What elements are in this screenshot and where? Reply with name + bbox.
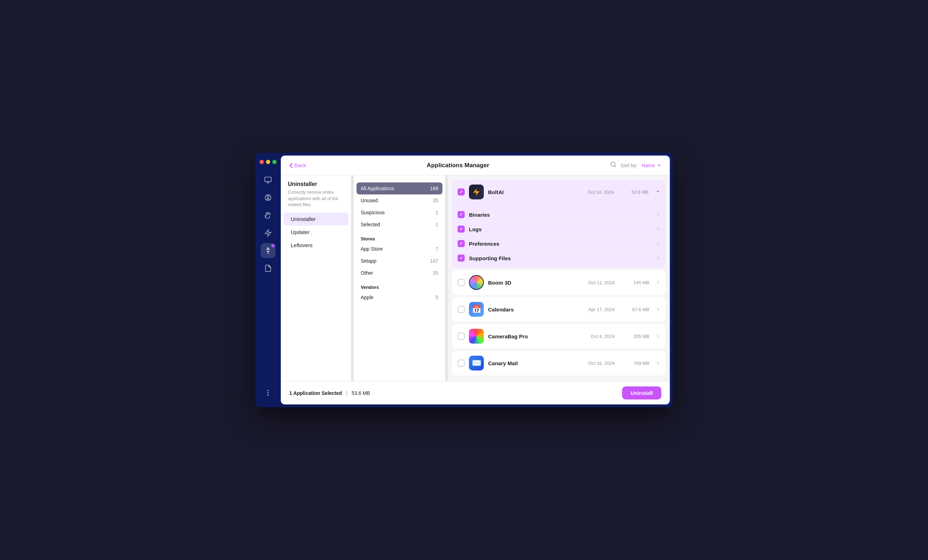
app-canarymail-header[interactable]: ✉️ Canary Mail Oct 16, 2024 769 MB (452, 351, 665, 375)
app-calendars-checkbox[interactable] (458, 306, 465, 313)
filter-setapp-count: 147 (430, 258, 438, 264)
vendors-header: Vendors (354, 279, 445, 291)
subitem-binaries-chevron (656, 212, 660, 217)
app-canarymail-chevron (656, 360, 660, 366)
svg-point-6 (267, 395, 269, 396)
subitem-preferences-checkbox[interactable] (458, 240, 465, 247)
back-button[interactable]: Back (289, 162, 306, 168)
sidebar-icon-files[interactable] (261, 261, 276, 276)
app-boom3d-checkbox[interactable] (458, 279, 465, 286)
filter-suspicious-label: Suspicious (361, 210, 385, 215)
filter-unused[interactable]: Unused 35 (354, 194, 445, 206)
footer-divider: | (346, 390, 348, 396)
app-item-camerabag: CameraBag Pro Oct 4, 2024 205 MB (452, 324, 665, 349)
sidebar-icon-monitor[interactable] (261, 172, 276, 188)
page-title: Applications Manager (306, 162, 610, 169)
filter-unused-label: Unused (361, 198, 378, 203)
filter-app-store-count: 7 (435, 246, 438, 252)
svg-marker-8 (473, 188, 479, 195)
uninstall-button[interactable]: Uninstall (622, 386, 661, 400)
notification-badge (271, 244, 275, 247)
back-label: Back (294, 162, 306, 168)
close-button[interactable] (259, 160, 264, 164)
search-button[interactable] (610, 161, 617, 169)
minimize-button[interactable] (266, 160, 270, 164)
filter-all-count: 189 (430, 186, 438, 191)
section-title: Uninstaller (288, 181, 344, 188)
nav-item-uninstaller[interactable]: Uninstaller (284, 212, 348, 226)
app-canarymail-icon: ✉️ (469, 356, 484, 371)
boom-icon-inner (470, 276, 483, 289)
app-calendars-header[interactable]: 📅 Calendars Apr 17, 2024 87.6 MB (452, 297, 665, 322)
subitem-logs-label: Logs (469, 226, 652, 232)
header: Back Applications Manager Sort by: Name (281, 156, 670, 175)
filter-setapp-label: Setapp (361, 258, 376, 264)
sort-button[interactable]: Sort by: Name (621, 163, 662, 168)
app-boltai-icon (469, 185, 484, 199)
subitem-preferences-chevron (656, 241, 660, 246)
app-calendars-icon: 📅 (469, 302, 484, 317)
subitem-supporting-files-checkbox[interactable] (458, 255, 465, 262)
app-calendars-date: Apr 17, 2024 (589, 307, 615, 312)
filter-selected-count: 1 (435, 222, 438, 227)
uninstaller-section: Uninstaller Correctly remove entire appl… (281, 181, 351, 212)
filter-setapp[interactable]: Setapp 147 (354, 255, 445, 267)
subitem-supporting-files-label: Supporting Files (469, 255, 652, 261)
camerabag-inner (469, 329, 484, 343)
app-boltai-checkbox[interactable] (458, 188, 465, 195)
app-boom3d-chevron (656, 280, 660, 285)
sidebar-icon-accessibility[interactable] (261, 243, 276, 258)
filter-apple-label: Apple (361, 294, 374, 300)
filter-all-applications[interactable]: All Applications 189 (357, 182, 443, 194)
filter-other-count: 35 (432, 270, 438, 276)
section-description: Correctly remove entire applications wit… (288, 189, 344, 208)
filter-other[interactable]: Other 35 (354, 267, 445, 279)
nav-item-leftovers[interactable]: Leftovers (284, 239, 348, 252)
subitem-binaries[interactable]: Binaries (458, 208, 660, 222)
filter-apple[interactable]: Apple 5 (354, 291, 445, 303)
subitem-binaries-checkbox[interactable] (458, 211, 465, 218)
app-boltai-chevron (656, 189, 660, 195)
app-boom3d-header[interactable]: Boom 3D Oct 11, 2024 145 MB (452, 270, 665, 295)
filter-app-store[interactable]: App Store 7 (354, 243, 445, 255)
subitem-preferences[interactable]: Preferences (458, 237, 660, 251)
app-boltai-date: Oct 14, 2024 (588, 189, 614, 195)
sidebar-icon-dots[interactable] (261, 385, 276, 400)
subitem-supporting-files[interactable]: Supporting Files (458, 251, 660, 265)
sidebar (255, 153, 281, 407)
stores-header: Stores (354, 230, 445, 243)
filter-suspicious[interactable]: Suspicious 1 (354, 206, 445, 218)
subitem-logs-chevron (656, 226, 660, 232)
subitem-logs[interactable]: Logs (458, 222, 660, 237)
subitem-binaries-label: Binaries (469, 212, 652, 218)
app-camerabag-checkbox[interactable] (458, 333, 465, 340)
footer-size-label: 53.6 MB (351, 390, 370, 396)
left-nav: Uninstaller Correctly remove entire appl… (281, 175, 351, 381)
app-boom3d-icon (469, 275, 484, 290)
app-camerabag-icon (469, 329, 484, 343)
filter-selected-label: Selected (361, 222, 380, 227)
nav-item-updater[interactable]: Updater (284, 226, 348, 239)
app-canarymail-checkbox[interactable] (458, 360, 465, 366)
app-boltai-header[interactable]: BoltAI Oct 14, 2024 53.6 MB (452, 180, 665, 204)
app-boom3d-name: Boom 3D (488, 280, 584, 286)
sidebar-icon-hand[interactable] (261, 208, 276, 223)
sidebar-icon-ball[interactable] (261, 190, 276, 205)
filter-all-label: All Applications (361, 186, 394, 191)
app-list: BoltAI Oct 14, 2024 53.6 MB Binaries (448, 175, 670, 381)
app-canarymail-name: Canary Mail (488, 360, 584, 366)
main-window: Back Applications Manager Sort by: Name (255, 153, 673, 407)
svg-point-5 (267, 390, 269, 391)
app-boltai-size: 53.6 MB (624, 189, 649, 195)
filter-suspicious-count: 1 (435, 210, 438, 215)
subitem-supporting-files-chevron (656, 255, 660, 261)
maximize-button[interactable] (272, 160, 276, 164)
subitem-preferences-label: Preferences (469, 241, 652, 247)
app-camerabag-header[interactable]: CameraBag Pro Oct 4, 2024 205 MB (452, 324, 665, 349)
sidebar-icon-bolt[interactable] (261, 226, 276, 240)
header-actions: Sort by: Name (610, 161, 662, 169)
filter-selected[interactable]: Selected 1 (354, 218, 445, 230)
body-layout: Uninstaller Correctly remove entire appl… (281, 175, 670, 381)
app-calendars-size: 87.6 MB (624, 307, 649, 312)
subitem-logs-checkbox[interactable] (458, 226, 465, 233)
